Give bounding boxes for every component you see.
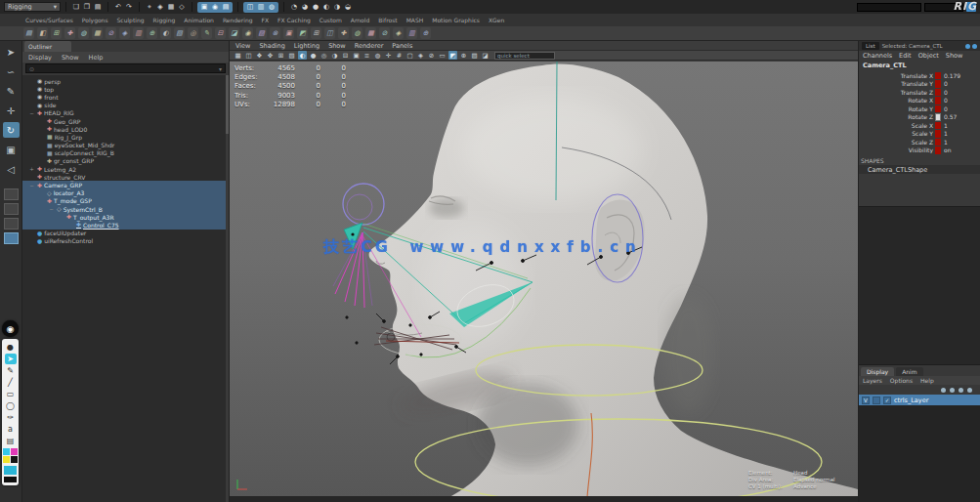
viewport-toolbar-icon[interactable]: ▣ — [352, 51, 361, 60]
shelf-tab[interactable]: XGen — [489, 17, 504, 23]
file-icon[interactable]: ▤ — [93, 2, 103, 12]
tree-item[interactable]: ◉ persp — [22, 77, 226, 85]
viewport-toolbar-icon[interactable]: ▧ — [287, 51, 296, 60]
shelf-tab[interactable]: Arnold — [351, 17, 369, 23]
expand-icon[interactable]: − — [28, 183, 35, 188]
snap-icon[interactable]: ◇ — [177, 2, 187, 12]
channel-row[interactable]: Scale Y 1 — [859, 130, 980, 139]
shelf-tool-icon[interactable]: ▦ — [92, 27, 103, 39]
tree-item[interactable]: − ✚ Camera_GRP — [22, 181, 226, 188]
annotation-tool-icon[interactable]: ✎ — [5, 365, 17, 376]
layer-tool-icon[interactable] — [941, 388, 946, 393]
annotation-tool-icon[interactable]: ✑ — [5, 412, 17, 423]
tree-item[interactable]: ● uiRefreshControl — [22, 237, 226, 245]
menu-item[interactable]: Renderer — [355, 42, 384, 50]
snap-icon[interactable]: ▦ — [166, 2, 176, 12]
shelf-tab[interactable]: Motion Graphics — [432, 17, 480, 23]
menu-item[interactable]: Shading — [259, 42, 284, 50]
channel-row[interactable]: Visibility on — [859, 146, 980, 155]
annotation-launcher-icon[interactable]: ◉ — [2, 320, 19, 337]
shelf-tool-icon[interactable]: ◩ — [297, 27, 308, 39]
menu-item[interactable]: Layers — [863, 377, 882, 384]
shelf-tool-icon[interactable]: ◪ — [229, 27, 239, 39]
tree-item[interactable]: ✚ T_mode_GSP — [22, 197, 226, 205]
outliner-tab[interactable]: Outliner — [24, 41, 71, 52]
shelf-tab[interactable]: FX Caching — [277, 17, 311, 23]
toolbar-handle[interactable] — [4, 477, 17, 482]
channel-row[interactable]: Scale X 1 — [859, 121, 980, 130]
tree-item[interactable]: − ◇ SystemCtrl_B — [22, 205, 226, 213]
layer-editor-tab[interactable]: Display — [861, 367, 894, 376]
annotation-tool-icon[interactable]: a — [5, 424, 17, 435]
render-icon[interactable]: ◔ — [289, 2, 299, 12]
layout-button[interactable] — [4, 203, 19, 215]
shelf-tool-icon[interactable]: ⊞ — [311, 27, 321, 39]
shelf-tool-icon[interactable]: ◍ — [78, 27, 89, 39]
shelf-tab[interactable]: Sculpting — [117, 17, 145, 23]
shelf-tool-icon[interactable]: ▥ — [406, 27, 417, 39]
viewport-toolbar-icon[interactable]: ◍ — [373, 51, 382, 60]
shelf-tab[interactable]: Rendering — [223, 17, 253, 23]
shelf-tab[interactable]: Polygons — [82, 17, 108, 23]
shelf-tool-icon[interactable]: ◧ — [37, 27, 48, 39]
channel-value[interactable]: 1 — [941, 130, 980, 137]
tree-item[interactable]: ▦ eyeSocket_Mid_Shdr — [22, 142, 226, 149]
shelf-tool-icon[interactable]: ◈ — [119, 27, 130, 39]
tool-button[interactable]: ◁ — [3, 161, 20, 177]
viewport-toolbar-icon[interactable]: ▢ — [405, 51, 414, 60]
tree-item[interactable]: ▦ scalpConnect_RIG_B — [22, 149, 226, 157]
layer-playback-toggle[interactable] — [873, 397, 880, 404]
tool-button[interactable]: ∽ — [3, 63, 20, 79]
viewport-toolbar-icon[interactable]: ❖ — [255, 51, 264, 60]
layer-tool-icon[interactable] — [959, 388, 963, 393]
viewport-toolbar-icon[interactable]: ● — [309, 51, 318, 60]
eye-ctrl[interactable] — [343, 184, 384, 225]
layer-tool-icon[interactable] — [950, 388, 955, 393]
render-icon[interactable]: ◕ — [300, 2, 310, 12]
shelf-tool-icon[interactable]: ⊟ — [215, 27, 226, 39]
color-swatch[interactable] — [11, 456, 18, 463]
shape-node-name[interactable]: Camera_CTLShape — [859, 165, 980, 174]
menu-item[interactable]: Object — [918, 52, 939, 60]
menu-set-dropdown[interactable]: Rigging ▾ — [4, 2, 61, 12]
shelf-tool-icon[interactable]: ⊞ — [51, 27, 62, 39]
snap-icon[interactable]: ◈ — [155, 2, 165, 12]
layer-visibility-toggle[interactable]: V — [862, 397, 870, 404]
annotation-tool-icon[interactable]: ╱ — [5, 377, 17, 388]
annotation-tool-icon[interactable]: ◯ — [5, 400, 17, 411]
shelf-tool-icon[interactable]: ▧ — [174, 27, 185, 39]
viewport-toolbar-icon[interactable]: ≡ — [362, 51, 371, 60]
annotation-tool-icon[interactable]: ▭ — [5, 389, 17, 399]
file-icon[interactable]: ❏ — [71, 2, 81, 12]
toggle-icon[interactable]: ◉ — [210, 2, 220, 12]
channel-row[interactable]: Translate Z 0 — [859, 88, 980, 97]
undo-redo-icon[interactable]: ↶ — [113, 2, 123, 12]
channel-value[interactable]: 0 — [941, 80, 980, 87]
tree-item[interactable]: ✚ gr_const_GRP — [22, 157, 226, 165]
tool-button[interactable]: ✛ — [3, 103, 20, 118]
menu-item[interactable]: Help — [920, 377, 934, 384]
channel-row[interactable]: Translate Y 0 — [859, 80, 980, 89]
viewport-toolbar-icon[interactable]: ▭ — [438, 51, 447, 60]
outliner-scrollbar[interactable] — [226, 75, 229, 502]
menu-item[interactable]: Display — [28, 54, 52, 62]
snap-icon[interactable]: ⌖ — [145, 2, 154, 12]
shelf-tab[interactable]: FX — [262, 17, 270, 23]
render-icon[interactable]: ◐ — [321, 2, 331, 12]
channel-value[interactable]: 0.179 — [941, 72, 980, 79]
viewport-toolbar-icon[interactable]: ✛ — [384, 51, 393, 60]
menu-item[interactable]: Show — [946, 52, 963, 60]
shelf-tab[interactable]: MASH — [406, 17, 424, 23]
menu-item[interactable]: Show — [62, 54, 79, 62]
tree-item[interactable]: ◇ locator_A3 — [22, 189, 226, 197]
tree-item[interactable]: ◉ top — [22, 85, 226, 93]
shelf-tab[interactable]: Custom — [320, 17, 342, 23]
viewport-toolbar-icon[interactable]: ▨ — [470, 51, 479, 60]
toggle-icon[interactable]: ▥ — [256, 2, 266, 12]
tree-item[interactable]: + ✚ Lsetmg_A2 — [22, 165, 226, 173]
undo-redo-icon[interactable]: ↷ — [124, 2, 134, 12]
tree-item[interactable]: ◉ front — [22, 93, 226, 101]
layer-editor-tab[interactable]: Anim — [896, 367, 922, 376]
toggle-icon[interactable]: ▤ — [221, 2, 231, 12]
panel-dock-icons[interactable] — [965, 44, 977, 49]
